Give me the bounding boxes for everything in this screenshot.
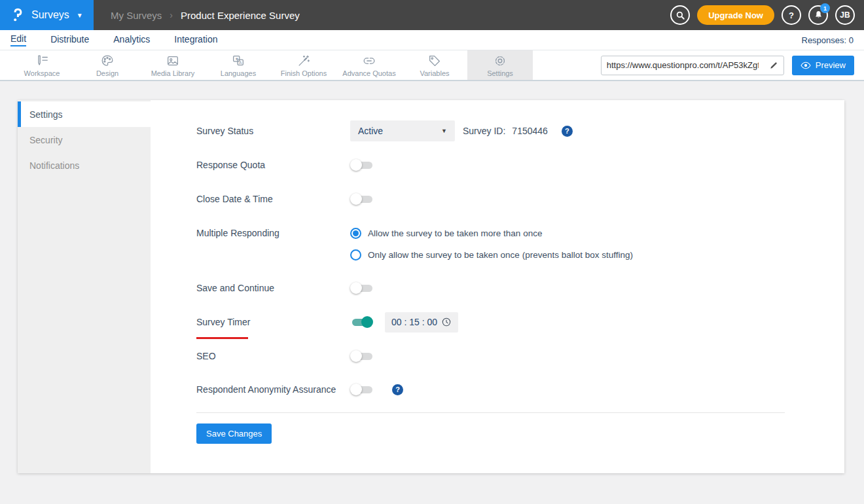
notifications-button[interactable]: 1 [808, 5, 828, 25]
seo-label: SEO [196, 351, 350, 361]
row-response-quota: Response Quota [196, 154, 374, 175]
top-bar-main: My Surveys › Product Experience Survey U… [94, 0, 864, 30]
tab-distribute[interactable]: Distribute [50, 34, 89, 46]
top-bar: Surveys ▼ My Surveys › Product Experienc… [0, 0, 864, 30]
image-icon [166, 54, 180, 68]
seo-toggle[interactable] [350, 350, 374, 363]
product-switcher[interactable]: Surveys ▼ [0, 0, 94, 30]
toolbar-item-workspace[interactable]: Workspace [9, 50, 75, 80]
tag-icon [427, 54, 442, 68]
survey-status-label: Survey Status [196, 126, 350, 136]
eye-icon [801, 62, 811, 69]
toolbar-right: Preview [601, 56, 854, 75]
breadcrumb-separator-icon: › [170, 10, 173, 20]
survey-timer-time-input[interactable]: 00 : 15 : 00 [385, 312, 458, 333]
settings-sidebar: Settings Security Notifications [18, 100, 151, 473]
survey-url-field [601, 56, 784, 75]
radio-unselected-icon [350, 249, 361, 261]
row-respondent-anonymity: Respondent Anonymity Assurance ? [196, 379, 403, 400]
save-and-continue-label: Save and Continue [196, 283, 350, 293]
svg-text:★: ★ [235, 56, 239, 62]
chevron-down-icon: ▼ [441, 128, 447, 134]
chevron-down-icon: ▼ [77, 12, 83, 19]
save-changes-button[interactable]: Save Changes [196, 423, 272, 444]
page-title: Product Experience Survey [181, 10, 300, 21]
product-name: Surveys [31, 9, 69, 21]
respondent-anonymity-label: Respondent Anonymity Assurance [196, 384, 350, 395]
tab-integration[interactable]: Integration [174, 34, 217, 46]
preview-button[interactable]: Preview [792, 56, 854, 75]
settings-card: Settings Security Notifications Survey S… [18, 100, 844, 473]
toolbar-item-finish-options[interactable]: Finish Options [271, 50, 336, 80]
tab-analytics[interactable]: Analytics [113, 34, 150, 46]
search-icon [675, 10, 685, 20]
row-seo: SEO [196, 346, 374, 367]
toolbar-item-variables[interactable]: Variables [402, 50, 467, 80]
avatar[interactable]: JB [835, 5, 855, 25]
close-date-time-toggle[interactable] [350, 192, 374, 206]
close-date-time-label: Close Date & Time [196, 194, 350, 204]
response-quota-toggle[interactable] [350, 158, 374, 171]
gear-icon [493, 54, 507, 68]
clock-icon [441, 317, 452, 327]
survey-id-label: Survey ID: [463, 126, 505, 136]
survey-url-input[interactable] [602, 60, 764, 70]
translate-icon: ★A [231, 54, 245, 68]
sidebar-item-notifications[interactable]: Notifications [18, 153, 151, 178]
content-divider [196, 412, 785, 413]
respondent-anonymity-help-icon[interactable]: ? [392, 384, 403, 395]
questionpro-logo-icon [10, 7, 26, 23]
question-mark-icon: ? [789, 10, 794, 20]
row-multiple-responding: Multiple Responding Allow the survey to … [196, 223, 542, 243]
edit-url-pencil-icon[interactable] [764, 56, 783, 75]
save-and-continue-toggle[interactable] [350, 281, 374, 295]
link-icon [362, 54, 376, 68]
radio-option-multiple-allowed[interactable]: Allow the survey to be taken more than o… [350, 228, 542, 239]
magic-wand-icon [297, 54, 311, 68]
breadcrumb: My Surveys › Product Experience Survey [111, 10, 300, 21]
row-close-date-time: Close Date & Time [196, 189, 374, 209]
row-multiple-responding-option2: Only allow the survey to be taken once (… [196, 244, 633, 265]
help-button[interactable]: ? [782, 5, 801, 25]
workspace-icon [35, 54, 49, 68]
respondent-anonymity-toggle[interactable] [350, 383, 374, 396]
survey-id-help-icon[interactable]: ? [562, 126, 573, 137]
toolbar-item-design[interactable]: Design [75, 50, 140, 80]
sidebar-item-security[interactable]: Security [18, 127, 151, 153]
section-tabs: Edit Distribute Analytics Integration Re… [0, 30, 864, 50]
red-underline-highlight [196, 337, 248, 339]
edit-toolbar: Workspace Design Media Library ★A Langua… [0, 50, 864, 81]
top-bar-actions: Upgrade Now ? 1 JB [670, 5, 855, 25]
toolbar-item-settings[interactable]: Settings [467, 50, 533, 80]
row-survey-status: Survey Status Active ▼ Survey ID: 715044… [196, 120, 573, 141]
response-quota-label: Response Quota [196, 160, 350, 170]
multiple-responding-label: Multiple Responding [196, 228, 350, 238]
toolbar-item-advance-quotas[interactable]: Advance Quotas [336, 50, 402, 80]
sidebar-item-settings[interactable]: Settings [18, 101, 151, 127]
responses-count: Responses: 0 [802, 35, 854, 45]
survey-status-select[interactable]: Active ▼ [350, 120, 455, 141]
notification-count-badge: 1 [820, 3, 830, 13]
radio-selected-icon [350, 228, 361, 239]
svg-text:A: A [239, 60, 242, 65]
toolbar-item-languages[interactable]: ★A Languages [206, 50, 271, 80]
survey-id-value: 7150446 [512, 126, 548, 136]
tab-edit[interactable]: Edit [10, 33, 26, 46]
avatar-initials: JB [840, 10, 850, 20]
radio-option-once-only[interactable]: Only allow the survey to be taken once (… [350, 249, 633, 261]
search-button[interactable] [670, 5, 690, 25]
upgrade-now-button[interactable]: Upgrade Now [697, 5, 774, 25]
survey-timer-toggle[interactable] [350, 315, 374, 329]
row-save-and-continue: Save and Continue [196, 278, 374, 298]
survey-timer-label: Survey Timer [196, 317, 250, 327]
settings-content: Survey Status Active ▼ Survey ID: 715044… [151, 100, 844, 473]
row-survey-timer: Survey Timer 00 : 15 : 00 [196, 312, 458, 333]
breadcrumb-parent[interactable]: My Surveys [111, 10, 162, 21]
toolbar-item-media-library[interactable]: Media Library [140, 50, 206, 80]
palette-icon [100, 54, 115, 68]
